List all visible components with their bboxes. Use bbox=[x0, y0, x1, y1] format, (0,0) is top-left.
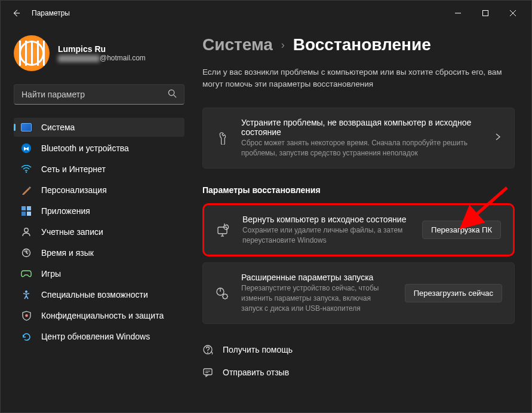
svg-text:Aあ: Aあ bbox=[24, 249, 29, 253]
update-icon bbox=[21, 331, 32, 342]
close-button[interactable] bbox=[499, 4, 527, 23]
advanced-title: Расширенные параметры запуска bbox=[241, 273, 393, 282]
sidebar-item-network[interactable]: Сеть и Интернет bbox=[14, 160, 184, 179]
power-gear-icon bbox=[215, 286, 229, 301]
time-icon: Aあ bbox=[21, 247, 32, 258]
sidebar-item-time[interactable]: Aあ Время и язык bbox=[14, 243, 184, 262]
reset-desc: Сохраните или удалите личные файлы, а за… bbox=[242, 225, 410, 246]
recovery-section-heading: Параметры восстановления bbox=[202, 185, 515, 195]
restart-now-button[interactable]: Перезагрузить сейчас bbox=[405, 284, 502, 302]
search-icon bbox=[168, 89, 177, 100]
minimize-button[interactable] bbox=[444, 4, 472, 23]
reset-title: Вернуть компьютер в исходное состояние bbox=[242, 215, 410, 224]
sidebar-item-apps[interactable]: Приложения bbox=[14, 201, 184, 221]
chevron-right-icon: › bbox=[281, 39, 285, 51]
sidebar-item-accounts[interactable]: Учетные записи bbox=[14, 222, 184, 241]
titlebar: Параметры bbox=[1, 1, 531, 26]
maximize-button[interactable] bbox=[472, 4, 499, 23]
sidebar-item-privacy[interactable]: Конфиденциальность и защита bbox=[14, 306, 184, 325]
network-icon bbox=[21, 164, 32, 175]
sidebar-item-bluetooth[interactable]: ⧓ Bluetooth и устройства bbox=[14, 139, 184, 158]
breadcrumb-current: Восстановление bbox=[293, 35, 431, 54]
svg-rect-0 bbox=[483, 11, 488, 16]
svg-point-1 bbox=[168, 90, 174, 95]
svg-rect-4 bbox=[27, 206, 31, 210]
sidebar-item-system[interactable]: Система bbox=[14, 118, 184, 137]
feedback-link[interactable]: Отправить отзыв bbox=[202, 365, 515, 380]
svg-rect-12 bbox=[218, 227, 227, 234]
svg-point-11 bbox=[25, 314, 28, 317]
avatar bbox=[14, 35, 50, 71]
search-input[interactable] bbox=[21, 90, 168, 99]
sidebar-item-gaming[interactable]: Игры bbox=[14, 264, 184, 283]
chevron-right-icon[interactable] bbox=[494, 133, 502, 143]
sidebar: Lumpics Ru @hotmail.com Система ⧓ Blueto… bbox=[1, 26, 192, 412]
wrench-icon bbox=[215, 131, 229, 145]
profile-section[interactable]: Lumpics Ru @hotmail.com bbox=[14, 30, 184, 71]
gaming-icon bbox=[21, 268, 32, 279]
nav-list: Система ⧓ Bluetooth и устройства Сеть и … bbox=[14, 118, 184, 346]
feedback-icon bbox=[202, 367, 213, 378]
accessibility-icon bbox=[21, 289, 32, 300]
svg-point-2 bbox=[26, 172, 27, 173]
svg-point-10 bbox=[25, 290, 27, 293]
svg-rect-6 bbox=[27, 212, 31, 216]
window-title: Параметры bbox=[32, 9, 70, 17]
get-help-link[interactable]: Получить помощь bbox=[202, 342, 515, 357]
reset-pc-button[interactable]: Перезагрузка ПК bbox=[422, 221, 501, 239]
window-controls bbox=[444, 4, 527, 23]
troubleshoot-title: Устраните проблемы, не возвращая компьют… bbox=[241, 118, 482, 137]
privacy-icon bbox=[21, 310, 32, 321]
back-button[interactable] bbox=[5, 2, 27, 24]
system-icon bbox=[21, 122, 32, 133]
bluetooth-icon: ⧓ bbox=[21, 143, 32, 154]
reset-pc-card: Вернуть компьютер в исходное состояние С… bbox=[202, 203, 515, 257]
personalization-icon bbox=[21, 185, 32, 195]
search-box[interactable] bbox=[14, 84, 184, 105]
svg-point-16 bbox=[207, 351, 208, 353]
page-subtitle: Если у вас возникли проблемы с компьютер… bbox=[202, 66, 513, 90]
profile-email: @hotmail.com bbox=[58, 54, 146, 62]
troubleshoot-desc: Сброс может занять некоторое время. Снач… bbox=[241, 138, 482, 158]
reset-icon bbox=[216, 223, 230, 237]
svg-rect-5 bbox=[21, 212, 26, 216]
accounts-icon bbox=[21, 227, 32, 237]
apps-icon bbox=[21, 206, 32, 216]
breadcrumb: Система › Восстановление bbox=[202, 35, 515, 54]
svg-rect-17 bbox=[204, 369, 212, 375]
breadcrumb-parent[interactable]: Система bbox=[202, 35, 273, 54]
sidebar-item-personalization[interactable]: Персонализация bbox=[14, 181, 184, 200]
sidebar-item-update[interactable]: Центр обновления Windows bbox=[14, 327, 184, 346]
advanced-startup-card: Расширенные параметры запуска Перезапуст… bbox=[202, 262, 515, 323]
main-content: Система › Восстановление Если у вас возн… bbox=[192, 26, 531, 412]
sidebar-item-accessibility[interactable]: Специальные возможности bbox=[14, 285, 184, 304]
profile-name: Lumpics Ru bbox=[58, 44, 146, 54]
advanced-desc: Перезапустите устройство сейчас, чтобы и… bbox=[241, 283, 393, 313]
help-icon bbox=[202, 344, 213, 355]
svg-point-7 bbox=[24, 228, 28, 232]
troubleshoot-card[interactable]: Устраните проблемы, не возвращая компьют… bbox=[202, 108, 515, 169]
svg-rect-3 bbox=[21, 206, 26, 210]
